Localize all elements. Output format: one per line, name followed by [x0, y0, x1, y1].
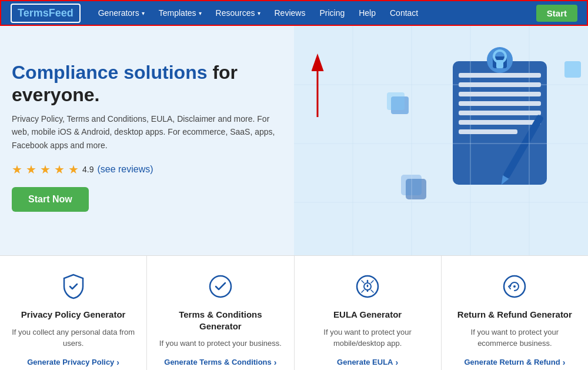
hero-illustration	[294, 26, 588, 255]
card-3-desc: If you want to protect your mobile/deskt…	[306, 326, 429, 349]
chevron-down-icon: ▾	[142, 10, 145, 16]
nav-templates[interactable]: Templates ▾	[153, 6, 208, 20]
card-3-title: EULA Generator	[333, 309, 402, 321]
return-refund-icon	[500, 272, 529, 301]
svg-rect-7	[459, 120, 541, 125]
svg-point-39	[513, 285, 516, 288]
hero-title: Compliance solutions for everyone.	[12, 61, 306, 106]
terms-conditions-icon	[206, 272, 235, 301]
card-2-desc: If you want to protect your business.	[159, 338, 282, 349]
see-reviews-link[interactable]: (see reviews)	[97, 164, 153, 175]
card-4-desc: If you want to protect your ecommerce bu…	[453, 326, 576, 349]
rating-value: 4.9	[82, 165, 93, 174]
chevron-right-icon: ›	[116, 358, 119, 367]
star-4: ★	[54, 162, 65, 176]
cards-section: Privacy Policy Generator If you collect …	[0, 255, 588, 370]
card-1-desc: If you collect any personal data from us…	[12, 326, 135, 349]
logo[interactable]: TermsFeed	[11, 4, 81, 23]
nav-generators[interactable]: Generators ▾	[92, 6, 151, 20]
nav-resources[interactable]: Resources ▾	[210, 6, 266, 20]
eula-icon	[353, 272, 382, 301]
chevron-down-icon: ▾	[199, 10, 202, 16]
star-1: ★	[12, 162, 22, 176]
chevron-right-icon: ›	[395, 358, 398, 367]
privacy-policy-icon	[59, 272, 88, 301]
nav-reviews[interactable]: Reviews	[269, 6, 312, 20]
chevron-down-icon: ▾	[258, 10, 260, 16]
nav-contact[interactable]: Contact	[384, 6, 424, 20]
star-5: ★	[68, 162, 79, 176]
card-privacy-policy: Privacy Policy Generator If you collect …	[0, 256, 147, 370]
nav-pricing[interactable]: Pricing	[313, 6, 350, 20]
card-1-title: Privacy Policy Generator	[21, 309, 126, 321]
svg-rect-25	[564, 61, 581, 78]
svg-rect-6	[459, 111, 541, 115]
card-4-title: Return & Refund Generator	[457, 309, 572, 321]
chevron-right-icon: ›	[563, 358, 566, 367]
svg-rect-22	[387, 92, 405, 110]
card-3-link[interactable]: Generate EULA ›	[337, 358, 398, 367]
svg-rect-8	[459, 129, 517, 134]
svg-rect-5	[459, 101, 541, 106]
nav-links: Generators ▾ Templates ▾ Resources ▾ Rev…	[92, 6, 536, 20]
nav-start-button[interactable]: Start	[536, 5, 577, 22]
card-2-link[interactable]: Generate Terms & Conditions ›	[164, 358, 276, 367]
navbar: TermsFeed Generators ▾ Templates ▾ Resou…	[0, 0, 588, 26]
card-eula: EULA Generator If you want to protect yo…	[295, 256, 442, 370]
card-return-refund: Return & Refund Generator If you want to…	[442, 256, 588, 370]
nav-help[interactable]: Help	[353, 6, 382, 20]
star-3: ★	[40, 162, 51, 176]
svg-rect-2	[459, 73, 541, 78]
hero-section: Compliance solutions for everyone. Priva…	[0, 26, 588, 255]
logo-feed: Feed	[49, 7, 74, 19]
card-terms-conditions: Terms & Conditions Generator If you want…	[147, 256, 294, 370]
card-2-title: Terms & Conditions Generator	[159, 309, 282, 332]
star-2: ★	[26, 162, 36, 176]
start-now-button[interactable]: Start Now	[12, 187, 89, 212]
card-4-link[interactable]: Generate Return & Refund ›	[464, 358, 565, 367]
rating-row: ★ ★ ★ ★ ★ 4.9 (see reviews)	[12, 162, 306, 176]
chevron-right-icon: ›	[274, 358, 277, 367]
svg-rect-24	[401, 175, 422, 195]
svg-rect-4	[459, 92, 541, 96]
hero-content: Compliance solutions for everyone. Priva…	[12, 61, 306, 212]
card-1-link[interactable]: Generate Privacy Policy ›	[27, 358, 119, 367]
logo-terms: Terms	[18, 7, 49, 19]
hero-subtitle: Privacy Policy, Terms and Conditions, EU…	[12, 112, 288, 152]
svg-point-35	[210, 276, 231, 297]
